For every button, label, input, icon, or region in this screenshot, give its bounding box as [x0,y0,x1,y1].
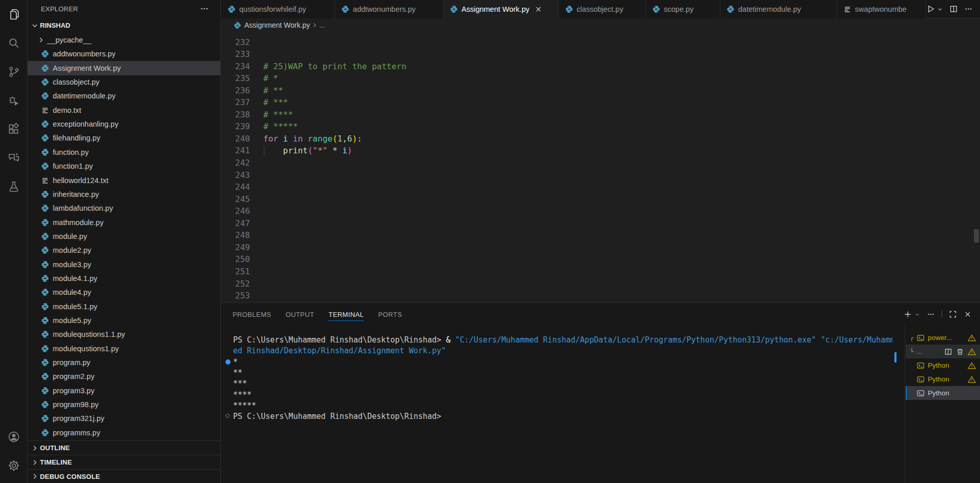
panel-tab-terminal[interactable]: TERMINAL [328,303,364,326]
file-row[interactable]: program.py [28,355,220,370]
code-text: # 25)WAP to print the pattern [263,62,406,71]
python-file-icon [41,330,49,338]
run-dropdown-button[interactable] [937,6,943,12]
file-row[interactable]: filehandling.py [28,131,220,145]
file-row[interactable]: addtwonumbers.py [28,47,220,61]
terminal-list-item[interactable]: Python [906,386,980,400]
split-terminal-button[interactable] [944,348,952,356]
file-row[interactable]: __pycache__ [28,33,220,47]
terminal-label: Python [928,361,968,369]
activitybar-search[interactable] [0,29,27,57]
line-number: 245 [221,194,250,204]
launch-profile-dropdown-button[interactable] [914,312,920,317]
terminal-line: * [233,357,892,368]
file-row[interactable]: Assignment Work.py [28,61,220,75]
file-row[interactable]: mathmodule.py [28,215,220,230]
panel-tab-ports[interactable]: PORTS [378,303,402,326]
file-row[interactable]: exceptionhanling.py [28,117,220,131]
file-row[interactable]: modulequstions1.1.py [28,327,220,341]
python-file-icon [41,358,49,367]
terminal-list-item[interactable]: └... [906,345,980,358]
file-row[interactable]: program3.py [28,384,220,398]
file-name: program.py [53,358,90,367]
new-terminal-button[interactable] [904,310,912,318]
activitybar-chat[interactable] [0,144,27,172]
file-name: program3.py [53,387,94,395]
run-python-file-button[interactable] [926,5,935,13]
panel-tab-output[interactable]: OUTPUT [285,303,314,326]
file-row[interactable]: module.py [28,229,220,244]
sidebar-section-debug-console[interactable]: DEBUG CONSOLE [28,469,220,483]
activitybar-accounts[interactable] [0,422,27,451]
explorer-root-folder[interactable]: RINSHAD [28,19,220,32]
editor-scrollbar-thumb[interactable] [974,229,979,243]
tab-qustionsforwhileif-py[interactable]: qustionsforwhileif.py [221,0,335,18]
file-row[interactable]: module3.py [28,257,220,272]
code-editor[interactable]: 232233234# 25)WAP to print the pattern23… [221,32,980,303]
explorer-more-actions-icon[interactable] [200,4,209,13]
terminal-list-item[interactable]: Python [906,358,980,372]
activitybar-explorer[interactable] [0,0,27,29]
kill-terminal-button[interactable] [956,348,964,356]
file-name: module5.1.py [53,303,97,311]
close-icon[interactable] [534,5,543,13]
terminal-command-decoration[interactable] [225,359,231,365]
activitybar-settings[interactable] [0,451,27,480]
tab-addtwonumbers-py[interactable]: addtwonumbers.py [335,0,444,18]
breadcrumb-more[interactable]: ... [319,21,325,29]
tab-scope-py[interactable]: scope.py [646,0,720,18]
terminal-list-item[interactable]: ┌power... [906,331,980,345]
close-panel-button[interactable] [964,310,972,318]
file-row[interactable]: module2.py [28,243,220,257]
code-text: for i in range(1,6): [263,134,362,144]
file-row[interactable]: helloworld124.txt [28,173,220,188]
file-name: function.py [53,148,89,156]
sidebar-section-outline[interactable]: OUTLINE [28,440,220,455]
terminal-label: power... [928,334,968,341]
editor-more-actions-icon[interactable] [964,5,973,13]
tab-assignment-work-py[interactable]: Assignment Work.py [444,0,559,18]
panel-tab-problems[interactable]: PROBLEMS [233,303,271,326]
file-name: module2.py [53,246,91,254]
file-row[interactable]: module4.py [28,285,220,299]
file-row[interactable]: demo.txt [28,103,220,117]
terminal-icon [916,375,925,384]
split-editor-button[interactable] [949,5,958,13]
activitybar-extensions[interactable] [0,115,27,144]
terminal-prompt-decoration[interactable] [225,414,230,418]
file-name: demo.txt [53,106,81,114]
file-row[interactable]: program321j.py [28,411,220,426]
tab-classobject-py[interactable]: classobject.py [559,0,646,18]
file-row[interactable]: function.py [28,145,220,159]
file-row[interactable]: modulequstions1.py [28,341,220,356]
file-name: modulequstions1.1.py [53,330,125,338]
code-text: # *** [263,97,288,107]
breadcrumb-file[interactable]: Assignment Work.py [244,21,310,29]
file-row[interactable]: inheritance.py [28,187,220,202]
code-line: 236# ** [221,84,973,96]
file-row[interactable]: lambdafunction.py [28,201,220,215]
activitybar-testing[interactable] [0,172,27,201]
terminal-scrollbar-mark[interactable] [894,352,896,363]
sidebar-section-timeline[interactable]: TIMELINE [28,455,220,469]
file-row[interactable]: program2.py [28,369,220,384]
file-row[interactable]: function1.py [28,159,220,173]
python-file-icon [227,5,236,13]
activitybar-run-and-debug[interactable] [0,86,27,115]
file-row[interactable]: programms.py [28,426,220,440]
maximize-panel-button[interactable] [949,310,957,318]
panel-more-actions-button[interactable] [927,310,935,318]
tab-swaptwonumbe[interactable]: swaptwonumbe [837,0,926,18]
terminal-list-item[interactable]: Python [906,372,980,386]
warning-icon [968,348,976,356]
terminal-line: **** [233,390,892,400]
terminal-output[interactable]: PS C:\Users\Muhammed Rinshad\Desktop\Rin… [221,326,892,483]
file-row[interactable]: program98.py [28,397,220,412]
file-row[interactable]: module5.py [28,313,220,328]
file-row[interactable]: module4.1.py [28,271,220,286]
tab-datetimemodule-py[interactable]: datetimemodule.py [720,0,837,18]
file-row[interactable]: datetimemodule.py [28,89,220,103]
activitybar-source-control[interactable] [0,57,27,86]
file-row[interactable]: module5.1.py [28,299,220,314]
file-row[interactable]: classobject.py [28,75,220,89]
